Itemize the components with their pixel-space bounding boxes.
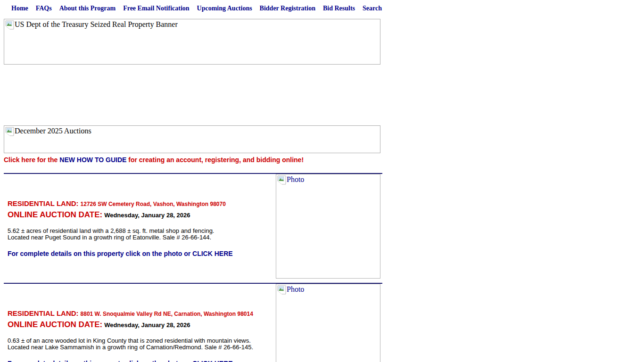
top-navigation: Home FAQs About this Program Free Email …	[4, 5, 382, 12]
description-line-2: Located near Lake Sammamish in a growth …	[8, 344, 253, 351]
property-photo-link[interactable]: Photo	[276, 284, 382, 362]
property-description: 0.63 ± of an acre wooded lot in King Cou…	[8, 337, 276, 351]
listing-info-cell: RESIDENTIAL LAND: 8801 W. Snoqualmie Val…	[4, 283, 276, 362]
nav-link-bidder-registration[interactable]: Bidder Registration	[260, 5, 315, 12]
complete-details-text: For complete details on this property cl…	[8, 360, 192, 362]
nav-link-upcoming-auctions[interactable]: Upcoming Auctions	[197, 5, 252, 12]
property-description: 5.62 ± acres of residential land with a …	[8, 228, 276, 241]
property-type-label: RESIDENTIAL LAND:	[8, 309, 79, 317]
property-photo-broken-image[interactable]: Photo	[276, 284, 380, 362]
broken-image-icon	[5, 127, 14, 138]
december-auctions-alt-text: December 2025 Auctions	[15, 126, 91, 135]
new-how-to-guide-link[interactable]: NEW HOW TO GUIDE	[59, 156, 126, 164]
nav-link-free-email-notification[interactable]: Free Email Notification	[123, 5, 190, 12]
description-line-1: 5.62 ± acres of residential land with a …	[8, 227, 214, 234]
nav-link-faqs[interactable]: FAQs	[36, 5, 52, 12]
nav-link-about-this-program[interactable]: About this Program	[59, 5, 116, 12]
complete-details-text: For complete details on this property cl…	[8, 250, 192, 257]
property-type-line: RESIDENTIAL LAND: 12726 SW Cemetery Road…	[8, 199, 276, 208]
nav-link-bid-results[interactable]: Bid Results	[323, 5, 355, 12]
click-here-link[interactable]: CLICK HERE	[192, 360, 233, 362]
treasury-banner-broken-image: US Dept of the Treasury Seized Real Prop…	[4, 19, 380, 65]
property-address: 12726 SW Cemetery Road, Vashon, Washingt…	[81, 201, 226, 207]
listing-row-carnation: RESIDENTIAL LAND: 8801 W. Snoqualmie Val…	[4, 283, 382, 362]
auction-date-line: ONLINE AUCTION DATE: Wednesday, January …	[8, 210, 276, 220]
auction-date-label: ONLINE AUCTION DATE:	[8, 320, 102, 329]
listing-photo-cell: Photo	[276, 283, 382, 362]
treasury-banner-alt-text: US Dept of the Treasury Seized Real Prop…	[15, 20, 178, 29]
description-line-2: Located near Puget Sound in a growth rin…	[8, 234, 211, 241]
nav-link-home[interactable]: Home	[11, 5, 28, 12]
broken-image-icon	[277, 285, 286, 296]
property-type-line: RESIDENTIAL LAND: 8801 W. Snoqualmie Val…	[8, 309, 276, 318]
photo-alt-text: Photo	[287, 285, 304, 294]
how-to-guide-prefix: Click here for the	[4, 156, 59, 164]
auction-listings-table: RESIDENTIAL LAND: 12726 SW Cemetery Road…	[4, 173, 382, 362]
click-here-link[interactable]: CLICK HERE	[192, 250, 233, 257]
auction-date-line: ONLINE AUCTION DATE: Wednesday, January …	[8, 320, 276, 329]
auction-date-label: ONLINE AUCTION DATE:	[8, 210, 102, 219]
how-to-guide-line: Click here for the NEW HOW TO GUIDE for …	[4, 156, 640, 164]
listing-photo-cell: Photo	[276, 173, 382, 283]
auction-date-value: Wednesday, January 28, 2026	[104, 321, 190, 329]
broken-image-icon	[5, 20, 14, 32]
photo-alt-text: Photo	[287, 175, 304, 184]
complete-details-line: For complete details on this property cl…	[8, 250, 276, 257]
property-photo-broken-image[interactable]: Photo	[276, 174, 380, 279]
property-address: 8801 W. Snoqualmie Valley Rd NE, Carnati…	[81, 311, 253, 317]
property-type-label: RESIDENTIAL LAND:	[8, 199, 79, 207]
listing-row-vashon: RESIDENTIAL LAND: 12726 SW Cemetery Road…	[4, 173, 382, 283]
blank-spacer	[4, 65, 640, 125]
listing-info-cell: RESIDENTIAL LAND: 12726 SW Cemetery Road…	[4, 173, 276, 283]
how-to-guide-suffix: for creating an account, registering, an…	[126, 156, 304, 164]
description-line-1: 0.63 ± of an acre wooded lot in King Cou…	[8, 337, 251, 344]
complete-details-line: For complete details on this property cl…	[8, 360, 276, 362]
auction-date-value: Wednesday, January 28, 2026	[104, 212, 190, 219]
december-auctions-broken-image: December 2025 Auctions	[4, 125, 380, 153]
nav-link-search[interactable]: Search	[363, 5, 382, 12]
property-photo-link[interactable]: Photo	[276, 174, 382, 279]
broken-image-icon	[277, 175, 286, 187]
